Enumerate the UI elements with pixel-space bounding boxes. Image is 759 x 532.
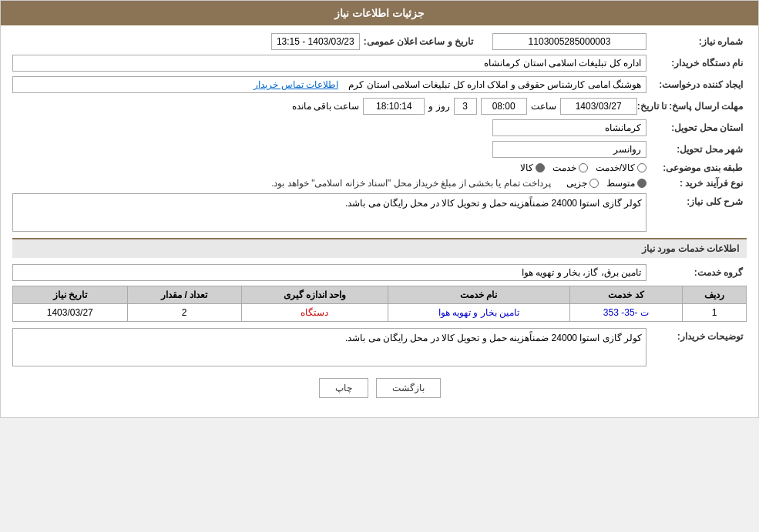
subject-khadamat-radio[interactable]	[579, 163, 588, 172]
creator-value: هوشنگ امامی کارشناس حقوقی و املاک اداره …	[12, 76, 646, 93]
buyer-org-label: نام دستگاه خریدار:	[646, 58, 747, 69]
buyer-notes-label: توضیحات خریدار:	[646, 328, 747, 342]
announcement-value: 1403/03/23 - 13:15	[271, 33, 360, 50]
page-header: جزئیات اطلاعات نیاز	[1, 1, 758, 25]
table-cell-4: 2	[127, 304, 241, 322]
need-number-row: شماره نیاز: 1103005285000003 تاریخ و ساع…	[12, 33, 747, 50]
purchase-type-row: نوع فرآیند خرید : متوسط جزیی پرداخت تمام…	[12, 178, 747, 189]
creator-row: ایجاد کننده درخواست: هوشنگ امامی کارشناس…	[12, 76, 747, 93]
table-cell-1: ت -35- 353	[569, 304, 683, 322]
content-area: شماره نیاز: 1103005285000003 تاریخ و ساع…	[1, 25, 758, 417]
subject-label: طبقه بندی موضوعی:	[646, 162, 747, 173]
send-remaining-label: ساعت باقی مانده	[292, 101, 360, 112]
services-table: ردیف کد خدمت نام خدمت واحد اندازه گیری ت…	[12, 286, 747, 322]
subject-radio-group: کالا/خدمت خدمت کالا	[520, 162, 646, 173]
col-qty: تعداد / مقدار	[127, 286, 241, 304]
col-code: کد خدمت	[569, 286, 683, 304]
table-cell-0: 1	[683, 304, 747, 322]
purchase-type-group: متوسط جزیی پرداخت تمام یا بخشی از مبلغ خ…	[12, 178, 646, 189]
page-title: جزئیات اطلاعات نیاز	[334, 7, 425, 19]
need-description-container: کولر گازی استوا 24000 ضمناًهزینه حمل و ت…	[12, 193, 646, 232]
purchase-description: پرداخت تمام یا بخشی از مبلغ خریداز محل "…	[271, 178, 551, 189]
subject-kala-item: کالا	[520, 162, 545, 173]
subject-row: طبقه بندی موضوعی: کالا/خدمت خدمت کالا	[12, 162, 747, 173]
purchase-motovaset-item: متوسط	[606, 178, 646, 189]
col-date: تاریخ نیاز	[13, 286, 128, 304]
subject-kala-radio[interactable]	[536, 163, 545, 172]
subject-kala-khadamat-item: کالا/خدمت	[596, 162, 646, 173]
button-group: بازگشت چاپ	[12, 378, 747, 410]
send-time-value: 08:00	[481, 98, 527, 115]
announcement-label: تاریخ و ساعت اعلان عمومی:	[364, 36, 477, 47]
purchase-motovaset-label: متوسط	[606, 178, 635, 189]
send-date-row: مهلت ارسال پاسخ: تا تاریخ: 1403/03/27 سا…	[12, 98, 747, 115]
service-group-label: گروه خدمت:	[646, 267, 747, 278]
purchase-jozi-radio[interactable]	[589, 179, 599, 188]
service-group-value: تامین برق، گاز، بخار و تهویه هوا	[12, 264, 646, 281]
services-section-header: اطلاعات خدمات مورد نیاز	[12, 238, 747, 258]
purchase-motovaset-radio[interactable]	[637, 179, 646, 188]
table-row: 1ت -35- 353تامین بخار و تهویه هوادستگاه2…	[13, 304, 747, 322]
col-unit: واحد اندازه گیری	[241, 286, 388, 304]
need-description-value: کولر گازی استوا 24000 ضمناًهزینه حمل و ت…	[12, 193, 646, 232]
city-label: شهر محل تحویل:	[646, 144, 747, 155]
send-day-label: روز و	[428, 101, 449, 112]
buyer-notes-row: توضیحات خریدار: کولر گازی استوا 24000 ضم…	[12, 328, 747, 366]
buyer-org-value: اداره کل تبلیغات اسلامی استان کرمانشاه	[12, 55, 646, 72]
col-row-num: ردیف	[683, 286, 747, 304]
table-cell-5: 1403/03/27	[13, 304, 128, 322]
need-number-value: 1103005285000003	[492, 33, 646, 50]
purchase-type-label: نوع فرآیند خرید :	[646, 178, 747, 189]
send-date-value: 1403/03/27	[560, 98, 637, 115]
province-label: استان محل تحویل:	[646, 122, 747, 133]
need-number-label: شماره نیاز:	[646, 36, 747, 47]
send-time-label: ساعت	[531, 101, 556, 112]
need-description-label: شرح کلی نیاز:	[646, 193, 747, 207]
city-value: روانسر	[492, 141, 646, 158]
send-date-label: مهلت ارسال پاسخ: تا تاریخ:	[637, 101, 747, 112]
purchase-jozi-label: جزیی	[566, 178, 587, 189]
creator-contact-link[interactable]: اطلاعات تماس خریدار	[254, 79, 338, 90]
service-group-row: گروه خدمت: تامین برق، گاز، بخار و تهویه …	[12, 264, 747, 281]
buyer-org-row: نام دستگاه خریدار: اداره کل تبلیغات اسلا…	[12, 55, 747, 72]
col-name: نام خدمت	[388, 286, 569, 304]
send-remaining-value: 18:10:14	[363, 98, 425, 115]
print-button[interactable]: چاپ	[319, 378, 368, 398]
subject-kala-khadamat-radio[interactable]	[637, 163, 646, 172]
purchase-jozi-item: جزیی	[566, 178, 599, 189]
buyer-notes-value: کولر گازی استوا 24000 ضمناًهزینه حمل و ت…	[12, 328, 646, 366]
page-wrapper: جزئیات اطلاعات نیاز شماره نیاز: 11030052…	[0, 0, 759, 418]
back-button[interactable]: بازگشت	[376, 378, 441, 398]
province-value: کرمانشاه	[492, 119, 646, 136]
buyer-notes-container: کولر گازی استوا 24000 ضمناًهزینه حمل و ت…	[12, 328, 646, 366]
subject-kala-khadamat-label: کالا/خدمت	[596, 162, 635, 173]
need-description-row: شرح کلی نیاز: کولر گازی استوا 24000 ضمنا…	[12, 193, 747, 232]
city-row: شهر محل تحویل: روانسر	[12, 141, 747, 158]
subject-kala-label: کالا	[520, 162, 533, 173]
creator-label: ایجاد کننده درخواست:	[646, 79, 747, 90]
subject-khadamat-label: خدمت	[552, 162, 576, 173]
subject-khadamat-item: خدمت	[552, 162, 588, 173]
table-header-row: ردیف کد خدمت نام خدمت واحد اندازه گیری ت…	[13, 286, 747, 304]
province-row: استان محل تحویل: کرمانشاه	[12, 119, 747, 136]
send-days-value: 3	[454, 98, 477, 115]
table-cell-2: تامین بخار و تهویه هوا	[388, 304, 569, 322]
table-cell-3: دستگاه	[241, 304, 388, 322]
